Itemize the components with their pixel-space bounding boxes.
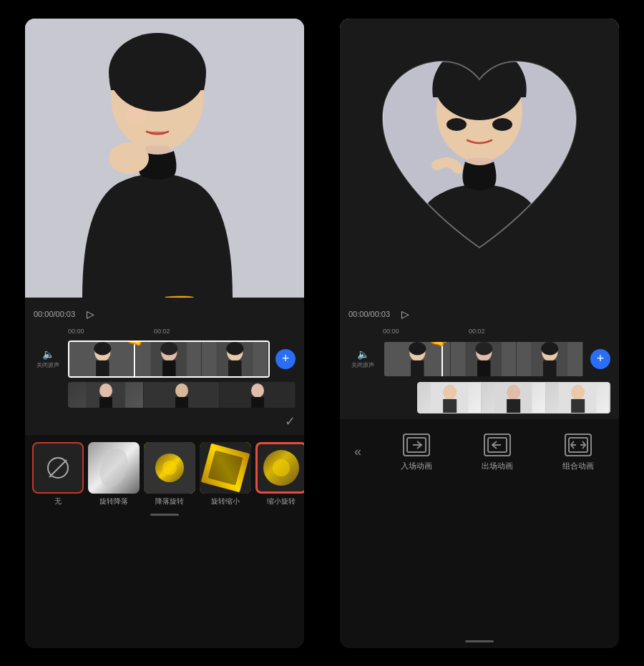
left-timeline-area: 00:00/00:03 ▷ 00:00 00:02 🔈 关闭原声: [25, 298, 304, 435]
svg-rect-16: [228, 360, 241, 376]
right-timecode: 00:00/00:03: [348, 310, 390, 318]
exit-anim-label: 出场动画: [482, 461, 513, 471]
back-icon: «: [354, 444, 361, 459]
left-timeline-ruler: 00:00 00:02: [68, 325, 304, 338]
anim-thumb-shrink-spin: [144, 442, 195, 494]
heart-clip-thumb-1: [418, 383, 482, 413]
mute-label: 关闭原声: [36, 361, 59, 369]
right-mute-button[interactable]: 🔈 关闭原声: [348, 348, 377, 369]
tab-exit-animation[interactable]: 出场动画: [457, 431, 537, 474]
svg-rect-20: [99, 397, 112, 408]
hand-cursor-right: 🤜: [483, 290, 526, 298]
svg-rect-63: [507, 398, 520, 412]
svg-point-9: [94, 342, 111, 355]
left-checkmark[interactable]: ✓: [25, 411, 304, 432]
combo-anim-icon: [565, 434, 592, 456]
anim-label-mini-spin: 缩小旋转: [267, 496, 296, 506]
right-back-button[interactable]: «: [340, 431, 376, 474]
right-video-preview: 🤜: [340, 19, 619, 298]
svg-point-62: [507, 384, 520, 399]
svg-point-19: [99, 383, 112, 398]
svg-rect-56: [543, 360, 556, 376]
right-timeline-ruler: 00:00 00:02: [383, 325, 619, 338]
heart-clip-strip[interactable]: [417, 382, 610, 413]
anim-item-spin-small[interactable]: 旋转缩小: [200, 442, 251, 506]
animation-strip: 无: [25, 442, 304, 506]
svg-point-5: [125, 108, 147, 122]
strip-thumb-3: [202, 342, 268, 376]
svg-point-44: [447, 118, 467, 131]
svg-point-57: [542, 342, 559, 355]
ruler-mark-1-right: 00:00: [383, 328, 399, 335]
hand-on-strip: 🤜: [116, 341, 148, 351]
heart-clip-thumb-2: [482, 383, 545, 413]
anim-item-shrink-spin[interactable]: 降落旋转: [144, 442, 195, 506]
svg-point-45: [492, 118, 512, 131]
left-phone-panel: 🤜 00:00/00:03 ▷ 00:00 00:02 🔈: [25, 19, 304, 648]
right-play-button[interactable]: ▷: [397, 306, 413, 322]
svg-point-65: [571, 384, 585, 399]
right-phone-panel: 🤜 00:00/00:03 ▷ 00:00 00:02 🔈: [340, 19, 619, 648]
left-main-track: 🔈 关闭原声: [25, 338, 304, 381]
anim-thumb-spin-small: [200, 442, 251, 494]
tab-combo-animation[interactable]: 组合动画: [538, 431, 619, 474]
second-thumb-3: [220, 382, 296, 408]
right-timecode-row: 00:00/00:03 ▷: [340, 303, 619, 325]
svg-point-25: [251, 383, 264, 398]
svg-point-17: [227, 342, 244, 355]
anim-label-none: 无: [54, 496, 62, 506]
left-second-strip[interactable]: [68, 382, 296, 408]
svg-rect-8: [96, 360, 109, 376]
svg-point-53: [475, 342, 492, 355]
svg-point-13: [160, 342, 177, 355]
ruler-mark-2-left: 00:02: [154, 328, 170, 335]
svg-point-4: [109, 142, 149, 174]
anim-thumb-mini-spin: [255, 442, 304, 494]
anim-item-mini-spin[interactable]: 缩小旋转: [255, 442, 304, 506]
second-thumb-2: [144, 382, 220, 408]
svg-point-22: [175, 383, 188, 398]
left-mute-button[interactable]: 🔈 关闭原声: [34, 348, 62, 369]
tab-enter-animation[interactable]: 入场动画: [376, 431, 457, 474]
right-main-track: 🔈 关闭原声: [340, 338, 619, 381]
anim-item-spin-fall[interactable]: 旋转降落: [88, 442, 140, 506]
left-timecode: 00:00/00:03: [34, 310, 75, 318]
scroll-indicator-right: [465, 640, 494, 642]
right-second-track: [340, 381, 619, 416]
right-mute-icon: 🔈: [357, 348, 369, 360]
right-strip-thumb-3: [517, 342, 583, 376]
right-video-bg: 🤜: [340, 19, 619, 298]
right-scroll-area: [340, 633, 619, 648]
left-add-button[interactable]: +: [275, 349, 296, 369]
enter-anim-icon: [403, 434, 430, 456]
scroll-indicator-left: [150, 514, 179, 516]
right-add-button[interactable]: +: [590, 349, 610, 369]
second-thumb-1: [68, 382, 144, 408]
selected-indicator: [255, 442, 304, 494]
heart-clip-thumb-3: [546, 383, 610, 413]
right-video-strip[interactable]: 🤜: [383, 341, 585, 378]
right-animation-tabs: « 入场动画: [340, 419, 619, 633]
ruler-mark-1-left: 00:00: [68, 328, 84, 335]
right-strip-thumb-2: [451, 342, 517, 376]
enter-anim-label: 入场动画: [401, 461, 432, 471]
left-timecode-row: 00:00/00:03 ▷: [25, 303, 304, 325]
svg-rect-48: [411, 360, 424, 376]
combo-anim-label: 组合动画: [562, 461, 594, 471]
right-hand-on-strip: 🤜: [420, 341, 450, 351]
svg-rect-66: [571, 398, 585, 412]
left-animation-toolbar: 无: [25, 435, 304, 648]
svg-rect-52: [477, 360, 490, 376]
svg-rect-23: [175, 397, 188, 408]
anim-thumb-none: [32, 442, 84, 494]
left-video-strip[interactable]: 🤜: [68, 341, 270, 378]
left-play-button[interactable]: ▷: [82, 306, 98, 322]
svg-rect-12: [162, 360, 175, 376]
right-mute-label: 关闭原声: [351, 361, 374, 369]
svg-point-59: [443, 384, 457, 399]
right-timeline-area: 00:00/00:03 ▷ 00:00 00:02 🔈 关闭原声: [340, 298, 619, 419]
anim-label-spin-small: 旋转缩小: [211, 496, 240, 506]
anim-item-none[interactable]: 无: [32, 442, 84, 506]
anim-label-spin-fall: 旋转降落: [99, 496, 128, 506]
anim-label-shrink-spin: 降落旋转: [155, 496, 184, 506]
